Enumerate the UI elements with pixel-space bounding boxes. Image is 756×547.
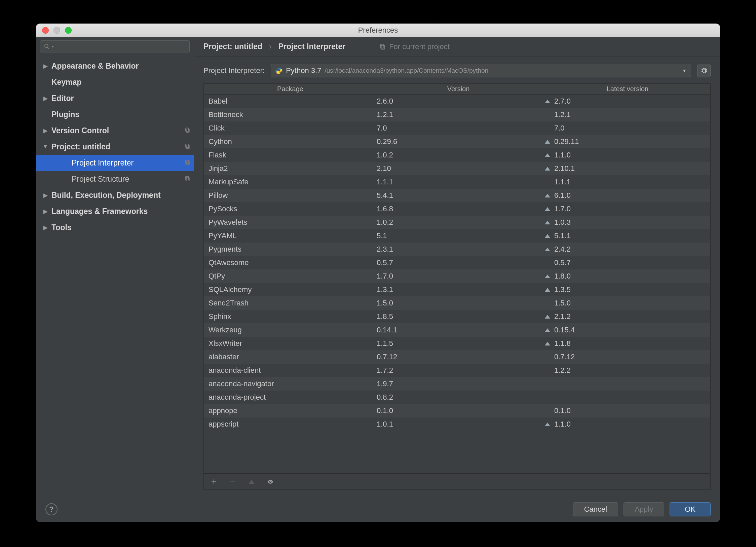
cell-package: appscript [204,420,372,429]
cell-version: 0.5.7 [372,258,540,267]
tree-arrow-icon: ▶ [42,208,49,215]
interpreter-row: Project Interpreter: Python 3.7 /usr/loc… [194,57,720,83]
minus-icon [229,478,236,485]
cell-version: 1.6.8 [372,205,540,213]
upgrade-available-icon [545,167,550,171]
table-row[interactable]: QtPy1.7.01.8.0 [204,269,710,283]
table-row[interactable]: Click7.07.0 [204,121,710,135]
table-row[interactable]: PyWavelets1.0.21.0.3 [204,216,710,229]
table-row[interactable]: Pygments2.3.12.4.2 [204,243,710,256]
tree-arrow-icon: ▶ [42,63,49,69]
table-row[interactable]: QtAwesome0.5.70.5.7 [204,256,710,269]
cell-package: QtPy [204,272,372,281]
table-row[interactable]: Jinja22.102.10.1 [204,162,710,175]
upgrade-available-icon [545,342,550,345]
table-row[interactable]: appscript1.0.11.1.0 [204,417,710,431]
table-row[interactable]: anaconda-client1.7.21.2.2 [204,364,710,377]
interpreter-select[interactable]: Python 3.7 /usr/local/anaconda3/python.a… [271,64,691,77]
sidebar-item[interactable]: ▶Languages & Frameworks [36,203,194,219]
svg-rect-4 [186,160,189,164]
table-row[interactable]: Flask1.0.21.1.0 [204,148,710,162]
sidebar-item[interactable]: ▼Project: untitled [36,139,194,155]
cell-latest: 6.1.0 [540,191,710,200]
upgrade-available-icon [545,328,550,332]
interpreter-label: Project Interpreter: [203,66,265,75]
remove-package-button[interactable] [229,478,237,486]
cell-version: 1.0.2 [372,151,540,159]
cell-package: Babel [204,97,372,106]
ok-button[interactable]: OK [670,502,711,516]
cell-latest: 1.1.0 [540,151,710,159]
col-latest[interactable]: Latest version [540,85,710,93]
cell-latest: 1.7.0 [540,205,710,213]
upgrade-package-button[interactable] [248,478,256,486]
sidebar-item-label: Project Structure [72,175,129,184]
sidebar-item[interactable]: Plugins [36,106,194,122]
table-row[interactable]: Babel2.6.02.7.0 [204,95,710,108]
col-package[interactable]: Package [204,85,372,93]
table-row[interactable]: anaconda-project0.8.2 [204,391,710,404]
sidebar-item[interactable]: Keymap [36,74,194,90]
svg-rect-6 [186,176,189,180]
table-body[interactable]: Babel2.6.02.7.0Bottleneck1.2.11.2.1Click… [204,95,710,473]
sidebar-item[interactable]: ▶Version Control [36,122,194,139]
table-row[interactable]: Send2Trash1.5.01.5.0 [204,296,710,310]
table-row[interactable]: XlsxWriter1.1.51.1.8 [204,337,710,350]
show-early-releases-button[interactable] [266,478,274,486]
cell-latest: 1.0.3 [540,218,710,227]
interpreter-settings-button[interactable] [697,64,711,77]
cell-latest: 1.1.0 [540,420,710,429]
sidebar-item-label: Version Control [51,126,109,135]
cell-latest: 2.4.2 [540,245,710,254]
cell-version: 1.0.2 [372,218,540,227]
table-row[interactable]: PyYAML5.15.1.1 [204,229,710,243]
apply-button[interactable]: Apply [623,502,664,516]
main-panel: Project: untitled › Project Interpreter … [194,37,720,496]
upgrade-icon [249,480,254,484]
cell-latest: 1.1.1 [540,178,710,186]
sidebar-item[interactable]: ▶Editor [36,90,194,106]
cell-package: Cython [204,137,372,146]
titlebar: Preferences [36,24,720,37]
upgrade-available-icon [545,275,550,278]
table-row[interactable]: Pillow5.4.16.1.0 [204,189,710,202]
cell-package: Send2Trash [204,299,372,307]
cell-latest: 0.15.4 [540,326,710,334]
cell-latest: 1.2.1 [540,110,710,119]
table-row[interactable]: Sphinx1.8.52.1.2 [204,310,710,323]
add-package-button[interactable] [210,478,218,486]
table-row[interactable]: Werkzeug0.14.10.15.4 [204,323,710,337]
help-button[interactable]: ? [45,503,58,515]
cell-package: QtAwesome [204,258,372,267]
table-row[interactable]: alabaster0.7.120.7.12 [204,350,710,364]
table-row[interactable]: MarkupSafe1.1.11.1.1 [204,175,710,189]
table-row[interactable]: SQLAlchemy1.3.11.3.5 [204,283,710,296]
project-scope-icon [184,126,190,135]
search-input[interactable]: ▾ [40,40,190,52]
tree-arrow-icon: ▼ [42,144,49,150]
copy-icon [379,43,386,50]
python-icon [275,67,282,74]
window-title: Preferences [36,26,720,35]
sidebar-item[interactable]: ▶Tools [36,219,194,235]
cancel-button[interactable]: Cancel [573,502,618,516]
col-version[interactable]: Version [372,85,540,93]
sidebar-item[interactable]: ▶Appearance & Behavior [36,58,194,74]
table-row[interactable]: anaconda-navigator1.9.7 [204,377,710,391]
cell-version: 1.7.2 [372,366,540,375]
upgrade-available-icon [545,221,550,224]
cell-version: 1.2.1 [372,110,540,119]
sidebar-item[interactable]: Project Interpreter [36,155,194,171]
table-row[interactable]: appnope0.1.00.1.0 [204,404,710,417]
table-row[interactable]: Bottleneck1.2.11.2.1 [204,108,710,121]
table-row[interactable]: Cython0.29.60.29.11 [204,135,710,148]
cell-latest: 2.7.0 [540,97,710,106]
sidebar-item[interactable]: Project Structure [36,171,194,187]
cell-latest: 0.5.7 [540,258,710,267]
project-scope-icon [184,142,190,151]
cell-package: Click [204,124,372,133]
table-row[interactable]: PySocks1.6.81.7.0 [204,202,710,216]
cell-package: Flask [204,151,372,159]
cell-package: Sphinx [204,312,372,321]
sidebar-item[interactable]: ▶Build, Execution, Deployment [36,187,194,203]
